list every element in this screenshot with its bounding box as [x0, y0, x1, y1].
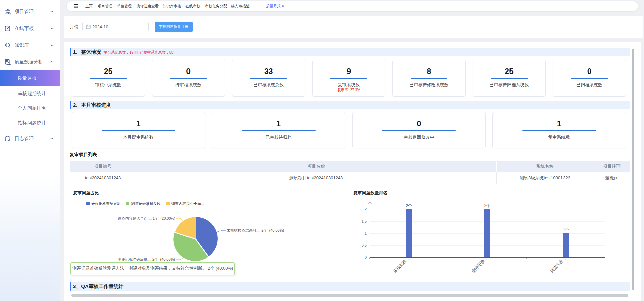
svg-text:调查内容...: 调查内容... — [549, 256, 567, 274]
svg-text:调查内容是否全面...: 1个 (20.00%): 调查内容是否全面...: 1个 (20.00%) — [118, 216, 175, 220]
svg-text:1: 1 — [365, 231, 367, 235]
svg-text:0: 0 — [365, 255, 367, 259]
svg-text:调查内容是否全面...: 调查内容是否全面... — [171, 202, 204, 206]
svg-text:测评记录...: 测评记录... — [471, 256, 488, 274]
svg-text:复审问题数量排名: 复审问题数量排名 — [353, 190, 387, 195]
svg-text:测评记录准确反映...: 2个 (40.00%): 测评记录准确反映...: 2个 (40.00%) — [118, 257, 175, 261]
svg-text:测评记录准确反映...: 测评记录准确反映... — [131, 202, 164, 206]
svg-text:未根据检查结果对...: 未根据检查结果对... — [91, 202, 124, 206]
svg-text:2个: 2个 — [484, 203, 491, 208]
svg-text:复审问题占比: 复审问题占比 — [73, 190, 99, 195]
svg-text:未根据检...: 未根据检... — [392, 256, 410, 274]
svg-text:2: 2 — [365, 207, 367, 211]
svg-text:未根据检查结果对...: 2个 (40.00%): 未根据检查结果对...: 2个 (40.00%) — [227, 228, 284, 232]
svg-text:1.5: 1.5 — [362, 219, 367, 223]
svg-text:2个: 2个 — [406, 203, 412, 208]
svg-text:1个: 1个 — [563, 228, 569, 232]
svg-text:0.5: 0.5 — [362, 243, 367, 247]
